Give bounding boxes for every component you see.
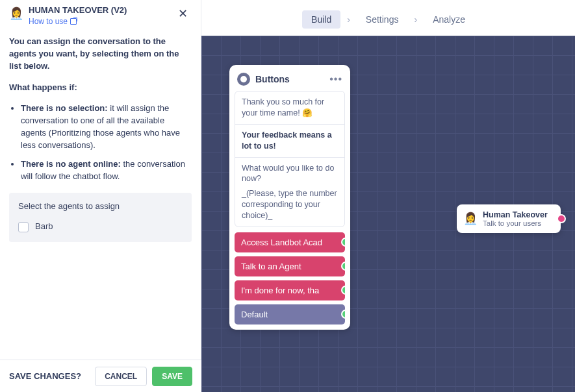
how-to-use-link[interactable]: How to use xyxy=(29,17,77,26)
node-human-takeover[interactable]: 👩‍💼 Human Takeover Talk to your users xyxy=(457,204,561,233)
node-message: Thank you so much for your time name! 🤗 xyxy=(235,92,344,124)
bullet-bold: There is no agent online: xyxy=(21,159,121,169)
tab-settings[interactable]: Settings xyxy=(357,10,408,29)
option-talk-agent[interactable]: Talk to an Agent xyxy=(235,256,345,276)
panel-body: You can assign the conversation to the a… xyxy=(0,28,201,251)
node-message-line: _(Please, type the number corresponding … xyxy=(242,188,338,221)
agents-box: Select the agents to assign Barb xyxy=(9,193,192,242)
panel-title: HUMAN TAKEOVER (V2) xyxy=(29,5,169,15)
save-button[interactable]: SAVE xyxy=(152,367,192,386)
node-buttons-header: Buttons ••• xyxy=(235,70,345,91)
close-icon[interactable]: ✕ xyxy=(174,5,192,22)
tab-sep: › xyxy=(347,14,350,25)
node-message: Your feedback means a lot to us! xyxy=(235,124,344,157)
agents-label: Select the agents to assign xyxy=(18,201,183,213)
what-happens-heading: What happens if: xyxy=(9,82,77,92)
node-messages: Thank you so much for your time name! 🤗 … xyxy=(235,91,345,227)
buttons-node-icon xyxy=(237,73,250,86)
tab-analyze[interactable]: Analyze xyxy=(424,10,474,29)
output-port[interactable] xyxy=(341,310,345,319)
cancel-button[interactable]: CANCEL xyxy=(95,367,147,386)
side-panel: 👩‍💼 HUMAN TAKEOVER (V2) How to use ✕ You… xyxy=(0,0,201,392)
option-default[interactable]: Default xyxy=(235,304,345,325)
option-done[interactable]: I'm done for now, tha xyxy=(235,280,345,300)
top-tabs: Build › Settings › Analyze xyxy=(201,10,575,29)
flow-canvas[interactable]: Buttons ••• Thank you so much for your t… xyxy=(201,36,575,392)
panel-header: 👩‍💼 HUMAN TAKEOVER (V2) How to use ✕ xyxy=(0,0,201,28)
human-takeover-icon: 👩‍💼 xyxy=(463,212,478,226)
output-port[interactable] xyxy=(341,262,345,271)
output-port[interactable] xyxy=(341,286,345,295)
agent-row[interactable]: Barb xyxy=(18,221,183,233)
how-to-use-label: How to use xyxy=(29,17,68,26)
list-item: There is no agent online: the conversati… xyxy=(21,158,192,183)
node-ht-title: Human Takeover xyxy=(483,210,548,219)
option-label: Access Landbot Acad xyxy=(241,238,322,247)
node-message-line: What would you like to do now? xyxy=(242,163,338,185)
node-message: What would you like to do now? _(Please,… xyxy=(235,157,344,227)
option-access-academy[interactable]: Access Landbot Acad xyxy=(235,232,345,252)
save-changes-label: SAVE CHANGES? xyxy=(9,371,81,381)
node-buttons-title: Buttons xyxy=(255,74,324,84)
external-link-icon xyxy=(70,18,77,25)
option-label: I'm done for now, tha xyxy=(241,286,319,295)
panel-intro: You can assign the conversation to the a… xyxy=(9,36,179,71)
tab-build[interactable]: Build xyxy=(302,10,340,29)
tab-sep: › xyxy=(414,14,417,25)
node-buttons[interactable]: Buttons ••• Thank you so much for your t… xyxy=(229,65,350,330)
panel-emoji: 👩‍💼 xyxy=(9,6,23,21)
option-label: Talk to an Agent xyxy=(241,262,301,271)
what-happens-list: There is no selection: it will assign th… xyxy=(9,103,192,182)
output-port[interactable] xyxy=(557,214,566,223)
node-menu-icon[interactable]: ••• xyxy=(329,73,342,85)
output-port[interactable] xyxy=(341,238,345,247)
list-item: There is no selection: it will assign th… xyxy=(21,103,192,151)
agent-checkbox[interactable] xyxy=(18,222,29,232)
bullet-bold: There is no selection: xyxy=(21,103,108,113)
panel-footer: SAVE CHANGES? CANCEL SAVE xyxy=(0,360,201,392)
option-label: Default xyxy=(241,310,268,319)
node-ht-subtitle: Talk to your users xyxy=(483,219,548,227)
agent-name: Barb xyxy=(35,221,53,233)
